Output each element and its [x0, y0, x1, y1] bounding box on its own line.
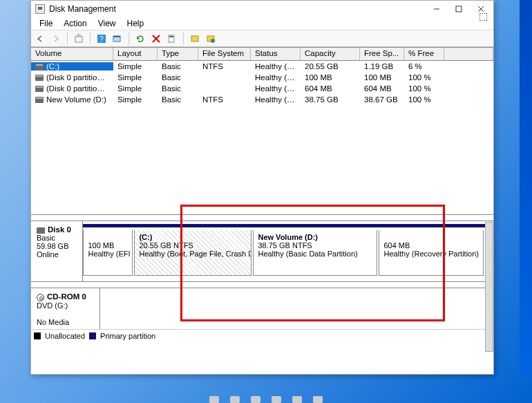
volume-name: New Volume (D:) [46, 95, 106, 104]
maximize-button[interactable] [453, 3, 464, 15]
volume-name: (C:) [46, 62, 59, 71]
volume-row-c[interactable]: (C:) SimpleBasicNTFSHealthy (B...20.55 G… [31, 61, 493, 72]
svg-rect-1 [456, 6, 462, 12]
legend: Unallocated Primary partition [31, 329, 493, 341]
window-title: Disk Management [49, 4, 431, 14]
disk-icon [37, 227, 45, 234]
disk-graphical-view: Disk 0 Basic 59.98 GB Online 100 MB Heal… [31, 214, 493, 341]
extend-volume-icon[interactable] [204, 32, 218, 46]
legend-primary-label: Primary partition [100, 332, 155, 340]
menu-file[interactable]: File [34, 17, 58, 30]
close-button[interactable] [475, 3, 486, 15]
svg-rect-13 [191, 36, 198, 41]
legend-primary-swatch [89, 332, 96, 339]
svg-point-15 [211, 39, 215, 43]
taskbar-icon[interactable] [230, 396, 240, 403]
disk-0-row[interactable]: Disk 0 Basic 59.98 GB Online 100 MB Heal… [31, 221, 493, 282]
drive-icon [35, 97, 44, 103]
volume-name: (Disk 0 partition 5) [46, 84, 111, 93]
menu-view[interactable]: View [93, 17, 122, 30]
titlebar[interactable]: Disk Management [31, 1, 493, 17]
volume-name: (Disk 0 partition 1) [46, 73, 111, 82]
partition-efi[interactable]: 100 MB Healthy (EFI System Partition) [83, 230, 133, 276]
col-status[interactable]: Status [251, 48, 301, 60]
drive-icon [35, 64, 44, 70]
taskbar-icon[interactable] [209, 396, 219, 403]
volume-row[interactable]: New Volume (D:) SimpleBasicNTFSHealthy (… [31, 94, 493, 105]
partition-recovery[interactable]: 604 MB Healthy (Recovery Partition) [379, 230, 484, 276]
volume-row[interactable]: (Disk 0 partition 1) SimpleBasicHealthy … [31, 72, 493, 83]
menu-action[interactable]: Action [58, 17, 92, 30]
format-icon[interactable] [111, 32, 124, 46]
diskmgmt-icon [35, 4, 45, 14]
properties-icon[interactable] [165, 32, 179, 46]
drive-icon [35, 75, 44, 81]
col-volume[interactable]: Volume [31, 48, 113, 60]
col-layout[interactable]: Layout [113, 48, 158, 60]
disk-management-window: Disk Management ⬚ File Action View Help … [30, 0, 494, 375]
volume-list-header: Volume Layout Type File System Status Ca… [31, 47, 493, 61]
menubar: File Action View Help [31, 17, 493, 30]
partition-d[interactable]: New Volume (D:) 38.75 GB NTFS Healthy (B… [253, 230, 377, 276]
taskbar-icon[interactable] [272, 396, 281, 403]
partition-c[interactable]: (C:) 20.55 GB NTFS Healthy (Boot, Page F… [134, 230, 251, 276]
col-freespace[interactable]: Free Sp... [360, 48, 404, 60]
toolbar: ? [31, 30, 493, 47]
partition-rail [83, 224, 493, 227]
col-type[interactable]: Type [158, 48, 198, 60]
svg-rect-8 [113, 36, 120, 37]
up-level-icon[interactable] [72, 32, 86, 46]
taskbar [0, 395, 532, 403]
forward-button[interactable] [49, 32, 63, 46]
drive-icon [35, 86, 44, 92]
svg-text:?: ? [99, 35, 104, 43]
minimize-button[interactable] [431, 3, 442, 15]
taskbar-icon[interactable] [292, 396, 302, 403]
delete-icon[interactable] [149, 32, 163, 46]
svg-rect-4 [75, 37, 82, 42]
svg-rect-12 [169, 36, 173, 37]
back-button[interactable] [33, 32, 47, 46]
volume-row[interactable]: (Disk 0 partition 5) SimpleBasicHealthy … [31, 83, 493, 94]
help-icon[interactable]: ? [95, 32, 108, 46]
legend-unallocated-swatch [34, 332, 41, 339]
menu-help[interactable]: Help [122, 17, 150, 30]
new-simple-volume-icon[interactable] [188, 32, 202, 46]
col-capacity[interactable]: Capacity [301, 48, 360, 60]
taskbar-icon[interactable] [251, 396, 260, 403]
refresh-icon[interactable] [133, 32, 147, 46]
cdrom-icon [37, 294, 44, 301]
disk-0-header[interactable]: Disk 0 Basic 59.98 GB Online [31, 221, 83, 281]
legend-unallocated-label: Unallocated [45, 332, 85, 340]
col-filesystem[interactable]: File System [198, 48, 251, 60]
col-pctfree[interactable]: % Free [404, 48, 444, 60]
volume-list[interactable]: (C:) SimpleBasicNTFSHealthy (B...20.55 G… [31, 61, 493, 214]
taskbar-icon[interactable] [313, 396, 323, 403]
scrollbar[interactable] [485, 222, 493, 352]
